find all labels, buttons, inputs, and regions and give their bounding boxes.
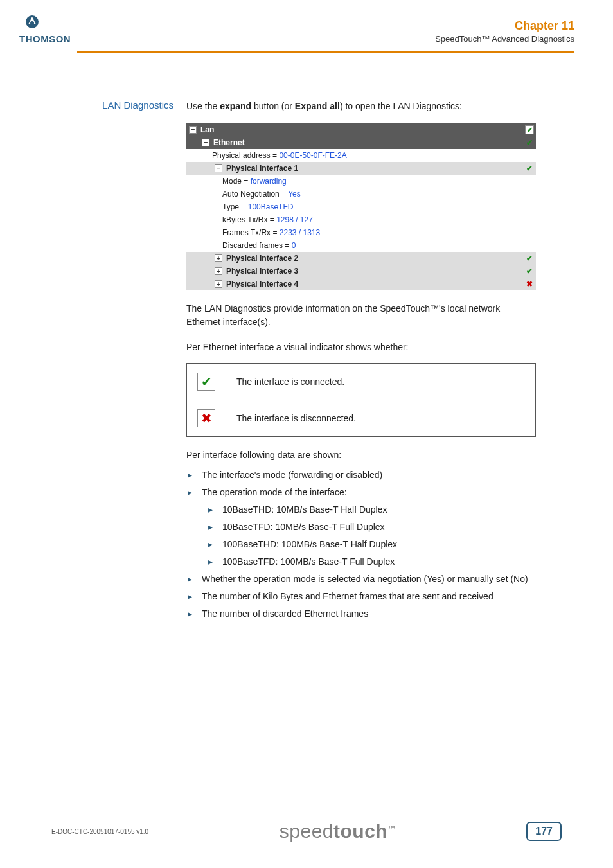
diagnostics-tree: − Lan ✔ − Ethernet ✔ Physical address = … xyxy=(186,123,536,290)
check-icon: ✔ xyxy=(197,373,215,391)
kbytes-row: kBytes Tx/Rx = 1298 / 127 xyxy=(186,213,536,226)
status-check-icon: ✔ xyxy=(524,124,535,136)
connected-icon-cell: ✔ xyxy=(187,364,226,400)
sub-list: 10BaseTHD: 10MB/s Base-T Half Duplex 10B… xyxy=(207,503,536,569)
body-p1: The LAN Diagnostics provide information … xyxy=(186,302,536,329)
svg-point-1 xyxy=(30,21,34,25)
status-check-icon: ✔ xyxy=(524,163,535,174)
tree-pi3-row[interactable]: + Physical Interface 3 ✔ xyxy=(186,265,536,278)
list-item: 10BaseTFD: 10MB/s Base-T Full Duplex xyxy=(207,520,536,534)
connected-text-cell: The interface is connected. xyxy=(226,364,536,400)
page-footer: E-DOC-CTC-20051017-0155 v1.0 speedtouch™… xyxy=(0,820,613,842)
tree-lan-row[interactable]: − Lan ✔ xyxy=(186,123,536,136)
brand-name: THOMSON xyxy=(19,33,71,44)
autoneg-row: Auto Negotiation = Yes xyxy=(186,188,536,200)
indicator-table: ✔ The interface is connected. ✖ The inte… xyxy=(186,363,536,437)
cross-icon: ✖ xyxy=(197,409,215,427)
discarded-row: Discarded frames = 0 xyxy=(186,239,536,252)
type-row: Type = 100BaseTFD xyxy=(186,200,536,213)
status-check-icon: ✔ xyxy=(524,265,535,277)
header-rule xyxy=(77,51,574,53)
tree-ethernet-row[interactable]: − Ethernet ✔ xyxy=(186,136,536,149)
list-item: 10BaseTHD: 10MB/s Base-T Half Duplex xyxy=(207,503,536,517)
body-p2: Per Ethernet interface a visual indicato… xyxy=(186,341,536,354)
body-p3: Per interface following data are shown: xyxy=(186,448,536,462)
list-item: The interface's mode (forwarding or disa… xyxy=(186,468,536,482)
tree-pi4-row[interactable]: + Physical Interface 4 ✖ xyxy=(186,278,536,290)
frames-row: Frames Tx/Rx = 2233 / 1313 xyxy=(186,226,536,239)
list-item: Whether the operation mode is selected v… xyxy=(186,572,536,586)
tree-pi1-row[interactable]: − Physical Interface 1 ✔ xyxy=(186,162,536,175)
page-number: 177 xyxy=(526,822,562,841)
collapse-icon[interactable]: − xyxy=(215,164,222,172)
collapse-icon[interactable]: − xyxy=(202,139,209,146)
footer-brand: speedtouch™ xyxy=(280,820,396,842)
brand-logo: THOMSON xyxy=(19,13,71,44)
list-item: 100BaseTFD: 100MB/s Base-T Full Duplex xyxy=(207,555,536,569)
list-item: The number of discarded Ethernet frames xyxy=(186,607,536,621)
section-heading: LAN Diagnostics xyxy=(90,100,173,624)
list-item: The operation mode of the interface: 10B… xyxy=(186,486,536,569)
disconnected-icon-cell: ✖ xyxy=(187,400,226,437)
list-item: 100BaseTHD: 100MB/s Base-T Half Duplex xyxy=(207,538,536,551)
status-check-icon: ✔ xyxy=(524,252,535,264)
mode-row: Mode = forwarding xyxy=(186,175,536,188)
physical-address-row: Physical address = 00-0E-50-0F-FE-2A xyxy=(186,149,536,162)
intro-text: Use the expand button (or Expand all) to… xyxy=(186,100,536,113)
list-item: The number of Kilo Bytes and Ethernet fr… xyxy=(186,590,536,603)
status-cross-icon: ✖ xyxy=(524,278,535,290)
doc-reference: E-DOC-CTC-20051017-0155 v1.0 xyxy=(51,828,148,835)
expand-icon[interactable]: + xyxy=(215,254,222,262)
chapter-title: Chapter 11 xyxy=(435,19,574,33)
data-list: The interface's mode (forwarding or disa… xyxy=(186,468,536,621)
chapter-subtitle: SpeedTouch™ Advanced Diagnostics xyxy=(435,34,574,44)
page-header: Chapter 11 SpeedTouch™ Advanced Diagnost… xyxy=(435,19,574,44)
status-check-icon: ✔ xyxy=(524,137,535,148)
tree-pi2-row[interactable]: + Physical Interface 2 ✔ xyxy=(186,252,536,265)
expand-icon[interactable]: + xyxy=(215,280,222,288)
expand-icon[interactable]: + xyxy=(215,267,222,275)
disconnected-text-cell: The interface is disconnected. xyxy=(226,400,536,437)
collapse-icon[interactable]: − xyxy=(189,126,197,134)
